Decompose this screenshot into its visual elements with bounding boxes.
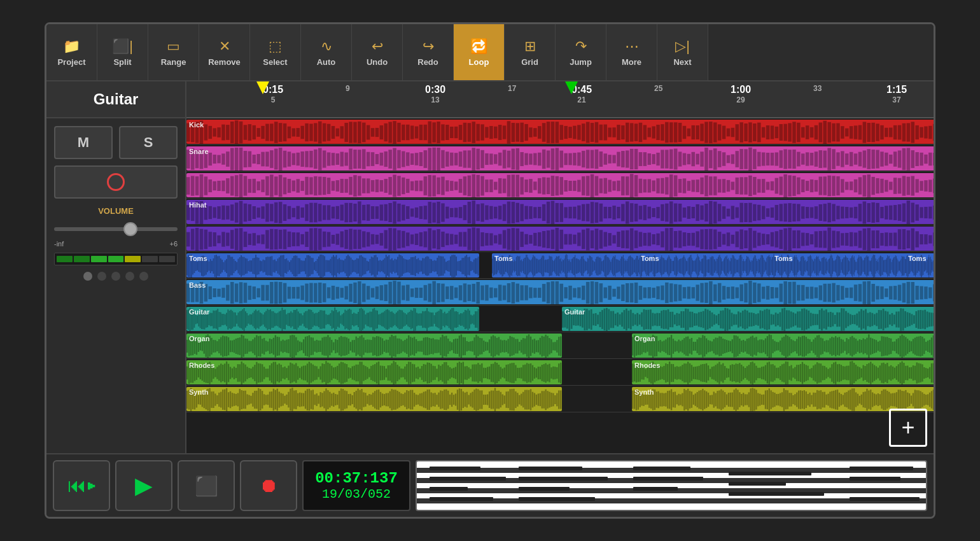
svg-rect-206 (213, 155, 216, 164)
svg-rect-3580 (524, 390, 526, 410)
toolbar-btn-redo[interactable]: ↪Redo (403, 24, 454, 80)
svg-rect-698 (617, 207, 620, 218)
track-clip-hihat[interactable]: Hihat (186, 200, 934, 224)
svg-rect-3469 (316, 393, 318, 406)
add-track-button[interactable]: + (889, 409, 927, 447)
record-transport-button[interactable]: ⏺ (240, 460, 297, 511)
svg-rect-2720 (412, 338, 413, 355)
volume-knob[interactable] (123, 222, 137, 236)
play-button[interactable]: ▶ (115, 460, 172, 511)
toolbar-btn-grid[interactable]: ⊞Grid (505, 24, 556, 80)
svg-rect-2022 (283, 283, 287, 303)
svg-rect-2824 (676, 341, 678, 351)
track-clip-synth[interactable]: Synth (186, 387, 562, 411)
solo-button[interactable]: S (119, 126, 178, 159)
svg-rect-3132 (434, 366, 435, 380)
svg-rect-3535 (440, 390, 441, 409)
track-clip-synth[interactable]: Synth (632, 387, 934, 411)
svg-rect-3071 (319, 366, 321, 379)
svg-rect-1682 (837, 255, 838, 278)
svg-rect-2727 (425, 337, 426, 355)
svg-rect-228 (309, 151, 313, 167)
svg-rect-1244 (531, 259, 532, 272)
svg-rect-1037 (241, 255, 242, 277)
svg-rect-883 (551, 230, 555, 249)
track-clip-kick[interactable]: Kick (186, 120, 934, 144)
playhead-loop-start[interactable] (256, 81, 269, 94)
toolbar-btn-range[interactable]: ▭Range (148, 24, 199, 80)
toolbar-btn-next[interactable]: ▷|Next (657, 24, 708, 80)
track-clip-rhodes[interactable]: Rhodes (632, 360, 934, 384)
tracks-container[interactable]: KickSnareHihatTomsTomsTomsTomsTomsBassGu… (186, 118, 934, 453)
track-clip-organ[interactable]: Organ (632, 334, 934, 358)
svg-rect-2414 (592, 314, 594, 325)
svg-rect-459 (445, 180, 449, 192)
dot[interactable] (83, 272, 92, 281)
svg-rect-1040 (245, 258, 246, 274)
toolbar-btn-select[interactable]: ⬚Select (250, 24, 301, 80)
svg-rect-2909 (833, 337, 834, 355)
svg-rect-3160 (487, 367, 488, 379)
svg-rect-1285 (568, 259, 568, 273)
svg-rect-2104 (643, 288, 647, 299)
dot[interactable] (97, 272, 106, 281)
svg-rect-3749 (907, 393, 908, 407)
dot[interactable] (139, 272, 148, 281)
dot[interactable] (111, 272, 120, 281)
svg-rect-2391 (466, 311, 467, 329)
svg-rect-658 (441, 203, 445, 221)
track-clip-toms[interactable]: Toms (186, 253, 479, 278)
svg-rect-3556 (479, 390, 480, 409)
svg-rect-3498 (370, 395, 372, 405)
toolbar-btn-remove[interactable]: ✕Remove (199, 24, 250, 80)
svg-rect-2149 (841, 286, 844, 299)
toolbar-btn-loop[interactable]: 🔁Loop (454, 24, 505, 80)
svg-rect-3416 (216, 395, 218, 404)
toolbar-btn-auto[interactable]: ∿Auto (301, 24, 352, 80)
track-clip-hihat2[interactable] (186, 227, 934, 251)
svg-rect-3673 (767, 390, 768, 409)
toolbar-btn-jump[interactable]: ↷Jump (556, 24, 606, 80)
track-clip-organ[interactable]: Organ (186, 334, 562, 358)
track-clip-guitar[interactable]: Guitar (562, 307, 934, 331)
svg-rect-1548 (756, 258, 757, 273)
svg-rect-2899 (815, 337, 816, 355)
track-clip-toms[interactable]: Toms (906, 253, 934, 278)
mute-button[interactable]: M (54, 126, 113, 159)
track-clip-snare2[interactable] (186, 173, 934, 197)
piano-roll-preview[interactable] (416, 460, 927, 511)
track-clip-bass[interactable]: Bass (186, 280, 934, 304)
svg-rect-1674 (831, 255, 832, 278)
toolbar-btn-undo[interactable]: ↩Undo (352, 24, 403, 80)
toolbar-btn-project[interactable]: 📁Project (46, 24, 97, 80)
svg-rect-885 (560, 230, 564, 249)
timeline-ruler[interactable]: 0:15590:3013170:4521251:0029331:1537411:… (186, 81, 934, 118)
svg-rect-3162 (491, 364, 492, 382)
svg-rect-617 (261, 206, 265, 219)
svg-rect-3260 (743, 367, 744, 380)
svg-rect-435 (340, 179, 344, 193)
svg-rect-2711 (395, 335, 396, 356)
play-from-start-button[interactable]: ⏮▶ (53, 460, 110, 511)
track-clip-guitar[interactable]: Guitar (186, 307, 479, 331)
toolbar-btn-split[interactable]: ⬛|Split (97, 24, 148, 80)
svg-rect-2097 (612, 289, 616, 297)
svg-rect-2534 (856, 314, 858, 326)
svg-rect-1314 (594, 261, 594, 270)
svg-rect-360 (889, 155, 893, 164)
svg-rect-1020 (216, 255, 217, 277)
track-clip-snare[interactable]: Snare (186, 146, 934, 171)
dot[interactable] (125, 272, 134, 281)
toolbar-btn-more[interactable]: ⋯More (606, 24, 657, 80)
svg-rect-1535 (746, 259, 746, 273)
track-clip-rhodes[interactable]: Rhodes (186, 360, 562, 384)
stop-button[interactable]: ⬛ (178, 460, 235, 511)
record-button[interactable] (54, 165, 178, 199)
svg-rect-2914 (843, 340, 844, 353)
playhead-current[interactable] (565, 81, 578, 94)
svg-rect-3076 (329, 363, 330, 382)
svg-rect-1549 (757, 261, 757, 271)
svg-rect-2837 (700, 338, 701, 355)
svg-rect-2944 (898, 338, 899, 354)
volume-slider[interactable] (54, 220, 178, 239)
